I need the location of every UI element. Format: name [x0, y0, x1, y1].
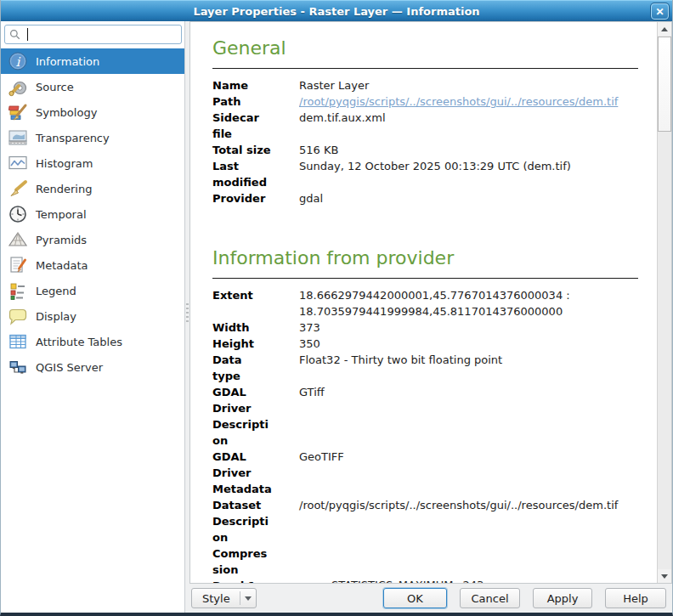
apply-button[interactable]: Apply — [533, 588, 592, 608]
scrollbar-thumb[interactable] — [658, 37, 671, 132]
sidebar-item-metadata[interactable]: Metadata — [1, 252, 184, 278]
sidebar-item-symbology[interactable]: Symbology — [1, 99, 184, 125]
row-label: Extent — [212, 287, 272, 303]
sidebar-item-information[interactable]: i Information — [1, 48, 184, 74]
scroll-up-button[interactable] — [658, 22, 671, 36]
row-value — [299, 545, 638, 562]
titlebar[interactable]: Layer Properties - Raster Layer — Inform… — [1, 0, 672, 21]
band-statistics-list: STATISTICS_MAXIMUM=243STATISTICS_MEAN=14… — [299, 578, 638, 583]
table-row: Data type Float32 - Thirty two bit float… — [212, 352, 638, 384]
attribute-tables-icon — [8, 331, 28, 352]
sidebar-item-source[interactable]: Source — [1, 74, 184, 99]
sidebar-item-legend[interactable]: Legend — [1, 278, 184, 303]
sidebar-item-transparency[interactable]: Transparency — [1, 125, 184, 150]
section-heading: General — [212, 36, 638, 61]
qgis-server-icon — [8, 357, 28, 377]
sidebar-item-pyramids[interactable]: Pyramids — [1, 227, 184, 252]
table-row: Extent 18.6662979442000001,45.7767014376… — [212, 287, 638, 319]
row-label: Total size — [212, 142, 272, 158]
sidebar-item-label: Legend — [36, 285, 76, 297]
sidebar-item-label: Symbology — [36, 106, 97, 119]
row-value: 350 — [299, 336, 638, 352]
row-label: Height — [212, 336, 272, 352]
row-value: GTiff — [299, 384, 638, 400]
info-table: Name Raster Layer Path /root/pyqgis/scri… — [212, 77, 638, 206]
table-row: Compression — [212, 545, 638, 578]
row-value: 516 KB — [299, 142, 638, 158]
row-label: Data type — [212, 352, 272, 384]
close-icon: ✕ — [655, 6, 664, 18]
sidebar-item-qgis-server[interactable]: QGIS Server — [1, 354, 184, 380]
row-label: Compression — [212, 545, 272, 578]
heading-rule — [212, 278, 638, 279]
temporal-icon — [8, 204, 28, 224]
row-value: /root/pyqgis/scripts/../screenshots/gui/… — [299, 93, 638, 110]
cancel-button[interactable]: Cancel — [460, 588, 520, 608]
table-row: Path /root/pyqgis/scripts/../screenshots… — [212, 93, 638, 110]
layer-properties-dialog: Layer Properties - Raster Layer — Inform… — [0, 0, 673, 616]
search-icon — [8, 28, 21, 41]
style-button-label: Style — [202, 592, 230, 605]
pyramids-icon — [8, 229, 28, 250]
histogram-icon — [8, 153, 28, 173]
row-label: Band 1 — [212, 578, 272, 583]
sidebar-item-label: Temporal — [36, 208, 87, 221]
information-icon: i — [8, 51, 28, 71]
table-row: Last modified Sunday, 12 October 2025 00… — [212, 158, 638, 190]
footer-button-bar: Style OK Cancel Apply Help — [189, 584, 672, 613]
row-label: Name — [212, 77, 272, 93]
table-row: GDAL Driver Metadata GeoTIFF — [212, 449, 638, 497]
table-row: Sidecar file dem.tif.aux.xml — [212, 110, 638, 142]
sidebar-item-rendering[interactable]: Rendering — [1, 176, 184, 201]
info-table: Extent 18.6662979442000001,45.7767014376… — [212, 287, 638, 583]
arrow-up-icon — [661, 27, 668, 31]
row-label: Path — [212, 93, 272, 110]
sidebar-item-label: Transparency — [36, 132, 110, 144]
chevron-down-icon — [240, 591, 252, 605]
style-button[interactable]: Style — [191, 588, 257, 608]
sidebar-item-label: Information — [36, 55, 99, 68]
table-row: Height 350 — [212, 336, 638, 352]
info-scroll-area: General Name Raster Layer Path /root/pyq… — [189, 21, 672, 584]
info-section: General Name Raster Layer Path /root/pyq… — [212, 36, 638, 206]
sidebar-item-label: Metadata — [36, 259, 88, 272]
symbology-icon — [8, 102, 28, 122]
ok-button[interactable]: OK — [383, 588, 447, 608]
table-row: Total size 516 KB — [212, 142, 638, 158]
sidebar-item-label: Attribute Tables — [36, 336, 122, 348]
vertical-scrollbar[interactable] — [657, 22, 671, 583]
source-icon — [8, 76, 28, 97]
window-title: Layer Properties - Raster Layer — Inform… — [193, 5, 479, 18]
splitter-grip-icon — [186, 303, 189, 322]
heading-rule — [212, 68, 638, 69]
table-row: Dataset Description /root/pyqgis/scripts… — [212, 497, 638, 545]
search-input[interactable] — [28, 28, 178, 41]
metadata-icon — [8, 255, 28, 275]
table-row: Provider gdal — [212, 190, 638, 206]
sidebar-item-attribute-tables[interactable]: Attribute Tables — [1, 329, 184, 354]
rendering-icon — [8, 178, 28, 199]
sidebar-item-label: Rendering — [36, 183, 92, 195]
search-box[interactable] — [4, 25, 182, 44]
arrow-down-icon — [661, 574, 668, 579]
sidebar-item-histogram[interactable]: Histogram — [1, 150, 184, 176]
help-button[interactable]: Help — [605, 588, 666, 608]
close-button[interactable]: ✕ — [651, 3, 669, 20]
section-heading: Information from provider — [212, 246, 638, 271]
sidebar-item-temporal[interactable]: Temporal — [1, 201, 184, 227]
row-label: GDAL Driver Description — [212, 384, 272, 449]
sidebar-item-display[interactable]: Display — [1, 303, 184, 329]
sidebar-item-label: Pyramids — [36, 234, 87, 246]
row-value: GeoTIFF — [299, 449, 638, 465]
sidebar-item-label: Histogram — [36, 157, 93, 170]
row-value: /root/pyqgis/scripts/../screenshots/gui/… — [299, 497, 638, 513]
sidebar: i Information Source Symbology Transpare… — [1, 21, 185, 613]
info-section: Information from provider Extent 18.6662… — [212, 246, 638, 583]
row-value: STATISTICS_MAXIMUM=243STATISTICS_MEAN=14… — [299, 578, 638, 583]
transparency-icon — [8, 127, 28, 148]
row-label: Last modified — [212, 158, 272, 190]
file-path-link[interactable]: /root/pyqgis/scripts/../screenshots/gui/… — [299, 95, 618, 108]
scroll-down-button[interactable] — [658, 569, 671, 583]
table-row: Name Raster Layer — [212, 77, 638, 93]
row-value: Raster Layer — [299, 77, 638, 93]
